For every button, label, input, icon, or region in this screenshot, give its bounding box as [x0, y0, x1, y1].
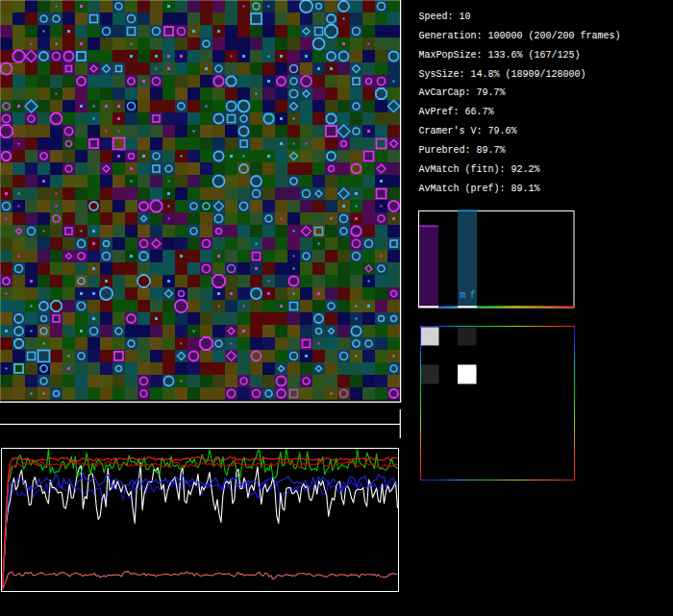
svg-text:Purebred: 89.7%: Purebred: 89.7%	[419, 145, 506, 156]
svg-text:AvMatch (fitn): 92.2%: AvMatch (fitn): 92.2%	[419, 164, 540, 175]
svg-text:Generation: 100000 (200/200 fr: Generation: 100000 (200/200 frames)	[419, 31, 621, 41]
svg-text:Speed: 10: Speed: 10	[419, 12, 471, 22]
svg-text:f: f	[470, 290, 476, 301]
svg-text:Cramer's V: 79.6%: Cramer's V: 79.6%	[419, 126, 517, 136]
svg-text:MaxPopSize: 133.6% (167/125): MaxPopSize: 133.6% (167/125)	[419, 50, 581, 61]
svg-text:SysSize: 14.8% (18909/128000): SysSize: 14.8% (18909/128000)	[419, 69, 586, 80]
svg-text:AvMatch (pref): 89.1%: AvMatch (pref): 89.1%	[419, 184, 540, 194]
svg-text:AvCarCap: 79.7%: AvCarCap: 79.7%	[419, 87, 506, 98]
svg-text:AvPref: 66.7%: AvPref: 66.7%	[419, 107, 494, 117]
svg-text:m: m	[460, 290, 465, 301]
